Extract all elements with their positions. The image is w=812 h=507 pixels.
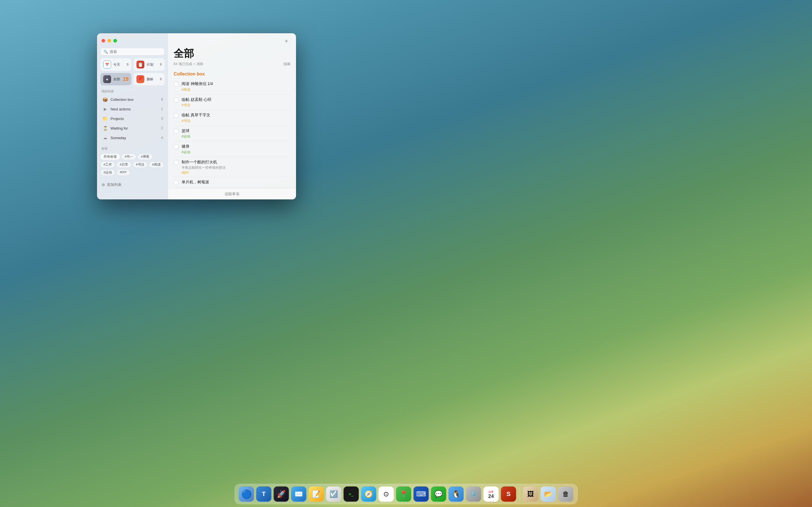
plan-icon: 📋 — [137, 61, 144, 68]
sidebar-item-plan[interactable]: 📋 计划 0 — [134, 58, 165, 71]
add-list-button[interactable]: ⊕ 添加列表 — [97, 180, 168, 189]
dock-item-qq[interactable]: 🐧 — [449, 487, 464, 502]
dock-item-wechat[interactable]: 💬 — [431, 487, 446, 502]
task-title: 篮球 — [182, 128, 290, 134]
search-icon: 🔍 — [103, 50, 108, 54]
dock-item-trash[interactable]: 🗑 — [558, 487, 573, 502]
dock-item-sublimemerge[interactable]: S — [501, 487, 516, 502]
sidebar-item-all[interactable]: ● 全部 19 — [100, 73, 132, 86]
dock-item-notes[interactable]: 📝 — [309, 487, 324, 502]
chrome-icon: ⊙ — [384, 490, 389, 498]
sidebar-item-next-actions[interactable]: ▶ Next actions 1 — [99, 104, 166, 114]
tags-label: 标签 — [97, 145, 168, 152]
dock-item-filebox[interactable]: 📂 — [541, 487, 556, 502]
dock-item-mail[interactable]: ✉️ — [291, 487, 306, 502]
projects-count: 3 — [161, 117, 163, 121]
tag-work[interactable]: #工作 — [100, 161, 115, 168]
tag-shopping[interactable]: #书⋯ — [121, 154, 136, 160]
calendar-month-label: 12月 — [488, 490, 494, 494]
task-checkbox[interactable] — [174, 98, 179, 103]
task-body: 制作一个酷的打火机 半夜总能萌生一些奇怪的想法 #DIY — [182, 159, 290, 175]
sysprefs-icon: ⚙️ — [469, 490, 478, 498]
waiting-for-count: 2 — [161, 126, 163, 130]
tag-sports[interactable]: #运动 — [100, 169, 115, 176]
tag-diy[interactable]: #DIY — [116, 169, 130, 176]
tag-daily[interactable]: #日常 — [116, 161, 131, 168]
tag-reading[interactable]: #阅读 — [149, 161, 163, 168]
tags-row-1: 所有标签 #书⋯ #博客 — [100, 154, 165, 160]
plan-label: 计划 — [147, 62, 158, 67]
reminder-text: 提醒事项 — [225, 192, 239, 196]
add-task-button[interactable]: + — [283, 37, 290, 45]
dock-item-sysprefs[interactable]: ⚙️ — [466, 487, 481, 502]
app-window: 🔍 📅 今天 0 📋 计划 0 ● 全部 19 🚩 旗标 — [97, 33, 296, 200]
collection-box-label: Collection box — [110, 98, 159, 102]
sidebar-item-someday[interactable]: ☁ Someday 4 — [99, 133, 166, 143]
task-checkbox[interactable] — [174, 160, 179, 165]
list-item: 阅读 神雕侠侣 1/4 #阅读 — [174, 79, 290, 95]
sidebar-item-projects[interactable]: 📁 Projects 3 — [99, 114, 166, 123]
clear-button[interactable]: 清除 — [197, 62, 203, 66]
dock-item-chrome[interactable]: ⊙ — [378, 487, 394, 502]
sidebar-item-waiting-for[interactable]: ⏳ Waiting for 2 — [99, 123, 166, 133]
task-checkbox[interactable] — [174, 144, 179, 149]
next-actions-icon: ▶ — [102, 106, 108, 112]
all-label: 全部 — [113, 77, 121, 82]
reminder-bar: 提醒事项 — [168, 188, 296, 200]
terminal-icon: >_ — [349, 492, 354, 496]
my-lists-label: 我的列表 — [97, 88, 168, 95]
sidebar-item-collection-box[interactable]: 📦 Collection box 9 — [99, 95, 166, 104]
task-checkbox[interactable] — [174, 129, 179, 134]
today-icon: 📅 — [103, 61, 111, 68]
dock-item-reminders[interactable]: ☑️ — [326, 487, 342, 502]
tag-blog[interactable]: #博客 — [138, 154, 152, 160]
task-tag: #书法 — [182, 119, 290, 123]
dock-item-calendar[interactable]: 12月 24 — [484, 487, 499, 502]
rocket-icon: 🚀 — [277, 490, 286, 499]
qq-icon: 🐧 — [452, 490, 461, 499]
maximize-button[interactable] — [113, 39, 117, 43]
main-header: + — [168, 33, 296, 47]
task-body: 单片机，树莓派 — [182, 179, 290, 185]
waiting-for-label: Waiting for — [110, 126, 159, 130]
task-checkbox[interactable] — [174, 82, 179, 87]
sidebar-item-today[interactable]: 📅 今天 0 — [100, 58, 132, 71]
maps-icon: 📍 — [400, 490, 408, 498]
task-title: 健身 — [182, 144, 290, 149]
someday-label: Someday — [110, 136, 159, 140]
dock-item-preview[interactable]: 🖼 — [523, 487, 539, 502]
finder-icon: 🔵 — [241, 489, 252, 499]
collection-box-title: Collection box — [174, 71, 290, 76]
hide-button[interactable]: 隐藏 — [284, 62, 290, 66]
minimize-button[interactable] — [107, 39, 111, 43]
dock-item-safari[interactable]: 🧭 — [361, 487, 376, 502]
dock-item-finder[interactable]: 🔵 — [239, 487, 254, 502]
add-list-label: 添加列表 — [107, 182, 121, 187]
dock-item-rocket[interactable]: 🚀 — [274, 487, 289, 502]
list-item: 健身 #运动 — [174, 142, 290, 157]
tag-calligraphy[interactable]: #书法 — [133, 161, 147, 168]
notes-icon: 📝 — [312, 490, 320, 498]
dock-item-vscode[interactable]: ⌨ — [414, 487, 429, 502]
list-item: 单片机，树莓派 — [174, 177, 290, 187]
task-tag: #运动 — [182, 134, 290, 139]
close-button[interactable] — [101, 39, 105, 43]
dock-item-tableplus[interactable]: T — [256, 487, 271, 502]
search-bar[interactable]: 🔍 — [100, 48, 165, 55]
task-tag: #运动 — [182, 150, 290, 155]
dock-item-maps[interactable]: 📍 — [396, 487, 411, 502]
task-title: 阅读 神雕侠侣 1/4 — [182, 81, 290, 87]
completed-bar: 64 项已完成 • 清除 隐藏 — [168, 62, 296, 69]
today-label: 今天 — [113, 62, 124, 67]
vscode-icon: ⌨ — [416, 490, 426, 498]
sidebar-item-flag[interactable]: 🚩 旗标 0 — [134, 73, 165, 86]
completed-count: 64 项已完成 — [174, 62, 192, 66]
task-body: 临帖 真草千字文 #书法 — [182, 112, 290, 123]
tag-all[interactable]: 所有标签 — [100, 154, 120, 160]
task-checkbox[interactable] — [174, 113, 179, 118]
search-input[interactable] — [110, 50, 161, 54]
projects-label: Projects — [110, 117, 159, 121]
waiting-for-icon: ⏳ — [102, 125, 108, 131]
task-checkbox[interactable] — [174, 180, 179, 185]
dock-item-terminal[interactable]: >_ — [344, 487, 359, 502]
